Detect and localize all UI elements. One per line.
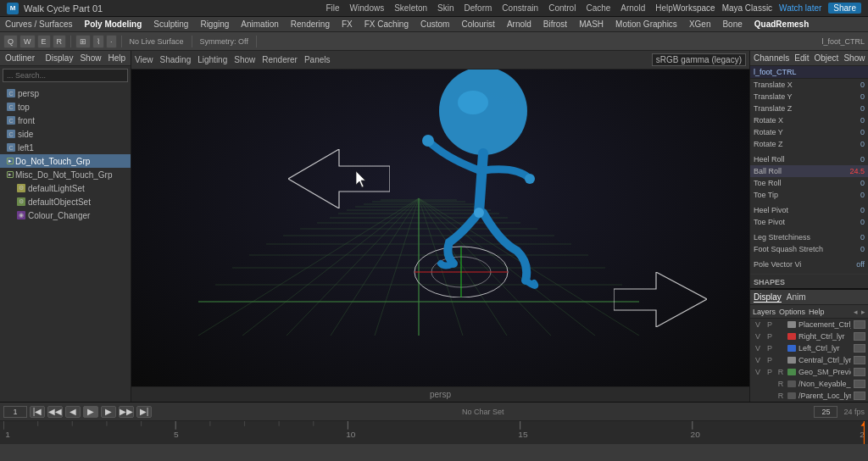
- vp-menu-renderer[interactable]: Renderer: [262, 55, 298, 64]
- go-start-btn[interactable]: |◀: [30, 406, 45, 418]
- tree-item-colourchange[interactable]: ◉ Colour_Changer: [0, 208, 131, 222]
- attr-toe-tip[interactable]: Toe Tip 0: [750, 189, 868, 201]
- layer-parent[interactable]: R /Parent_Loc_lyr: [750, 390, 868, 402]
- menu-arnold2[interactable]: Arnold: [507, 19, 531, 29]
- attr-heel-roll[interactable]: Heel Roll 0: [750, 153, 868, 165]
- layer-r-geo[interactable]: R: [776, 368, 785, 376]
- outliner-search-input[interactable]: [3, 69, 128, 82]
- tree-item-persp[interactable]: C persp: [0, 86, 131, 100]
- attr-value-ry[interactable]: 0: [860, 128, 865, 136]
- attr-value-ty[interactable]: 0: [860, 92, 865, 101]
- attr-toe-pivot[interactable]: Toe Pivot 0: [750, 216, 868, 228]
- layer-placement[interactable]: V P Placement_Ctrl_lyr: [750, 319, 868, 330]
- menu-polymodeling[interactable]: Poly Modeling: [84, 19, 142, 29]
- menu-rendering[interactable]: Rendering: [291, 19, 330, 29]
- attr-pole-vector[interactable]: Pole Vector Vi off: [750, 258, 868, 270]
- layer-r-parent[interactable]: R: [776, 392, 785, 400]
- outliner-show-menu[interactable]: Show: [80, 53, 101, 63]
- layer-name-right[interactable]: Right_Ctrl_lyr: [798, 332, 851, 341]
- menu-bifrost[interactable]: Bifrost: [543, 19, 567, 29]
- layers-help-menu[interactable]: Help: [809, 308, 825, 316]
- start-frame-input[interactable]: [3, 406, 27, 418]
- attr-value-tt[interactable]: 0: [860, 191, 865, 199]
- rotate-tool-btn[interactable]: E: [37, 35, 51, 48]
- live-surface-label[interactable]: No Live Surface: [126, 37, 187, 46]
- attr-value-ls[interactable]: 0: [860, 233, 865, 242]
- menu-deform[interactable]: Deform: [465, 3, 492, 13]
- end-frame-input[interactable]: [814, 406, 837, 418]
- watch-later-btn[interactable]: Watch later: [779, 3, 821, 13]
- menu-xgen[interactable]: XGen: [689, 19, 711, 29]
- attr-value-tz[interactable]: 0: [860, 104, 865, 113]
- layer-p-left[interactable]: P: [765, 344, 774, 353]
- outliner-display-menu[interactable]: Display: [46, 53, 74, 63]
- layer-v-placement[interactable]: V: [753, 320, 763, 329]
- snap-curve-btn[interactable]: ⌇: [92, 35, 104, 48]
- attr-value-hp[interactable]: 0: [860, 206, 865, 214]
- attr-value-tp[interactable]: 0: [860, 218, 865, 226]
- attr-value-tx[interactable]: 0: [860, 81, 865, 89]
- menu-file[interactable]: File: [326, 3, 339, 13]
- timeline-ruler[interactable]: 1 5 10 15 20 25: [0, 421, 868, 444]
- menu-constrain[interactable]: Constrain: [502, 3, 538, 13]
- attr-value-fs[interactable]: 0: [860, 245, 865, 253]
- scale-tool-btn[interactable]: R: [53, 35, 67, 48]
- menu-colourist[interactable]: Colourist: [461, 19, 494, 29]
- layer-v-left[interactable]: V: [753, 344, 763, 353]
- layer-left-ctrl[interactable]: V P Left_Ctrl_lyr: [750, 342, 868, 354]
- tree-item-left1[interactable]: C left1: [0, 141, 131, 154]
- tree-item-top[interactable]: C top: [0, 100, 131, 114]
- menu-arnold[interactable]: Arnold: [620, 3, 645, 13]
- attr-value-br[interactable]: 24.5: [849, 167, 865, 175]
- tree-item-misc[interactable]: ▸ Misc_Do_Not_Touch_Grp: [0, 168, 131, 181]
- attr-ball-roll[interactable]: Ball Roll 24.5: [750, 165, 868, 177]
- vp-menu-view[interactable]: View: [135, 55, 153, 64]
- layer-name-left[interactable]: Left_Ctrl_lyr: [798, 344, 851, 353]
- step-back-btn[interactable]: ◀◀: [47, 406, 63, 418]
- display-tab[interactable]: Display: [754, 292, 782, 303]
- menu-skeleton[interactable]: Skeleton: [394, 3, 427, 13]
- snap-point-btn[interactable]: ·: [106, 35, 117, 48]
- attr-translate-x[interactable]: Translate X 0: [750, 79, 868, 91]
- tree-item-side[interactable]: C side: [0, 127, 131, 141]
- symmetry-label[interactable]: Symmetry: Off: [197, 37, 252, 46]
- menu-bone[interactable]: Bone: [722, 19, 742, 29]
- layer-v-right[interactable]: V: [753, 332, 763, 341]
- layer-nonkey[interactable]: R /Non_Keyable_lyr: [750, 378, 868, 390]
- layers-options-menu[interactable]: Options: [779, 308, 805, 316]
- menu-animation[interactable]: Animation: [241, 19, 278, 29]
- next-frame-btn[interactable]: ▶: [101, 406, 116, 418]
- attr-value-hr[interactable]: 0: [860, 155, 865, 164]
- layer-p-right[interactable]: P: [765, 332, 774, 341]
- attr-translate-z[interactable]: Translate Z 0: [750, 103, 868, 114]
- layer-geo-sm[interactable]: V P R Geo_SM_Preview_lyr: [750, 366, 868, 378]
- attr-heel-pivot[interactable]: Heel Pivot 0: [750, 204, 868, 216]
- attr-value-tor[interactable]: 0: [860, 179, 865, 187]
- menu-fx[interactable]: FX: [342, 19, 353, 29]
- share-btn[interactable]: Share: [828, 3, 861, 14]
- tree-item-donottouch[interactable]: ▸ Do_Not_Touch_Grp: [0, 154, 131, 168]
- tree-item-lightset[interactable]: ⚙ defaultLightSet: [0, 181, 131, 195]
- anim-tab[interactable]: Anim: [787, 292, 806, 302]
- layer-name-nonkey[interactable]: /Non_Keyable_lyr: [798, 380, 851, 388]
- layer-right-ctrl[interactable]: V P Right_Ctrl_lyr: [750, 330, 868, 342]
- menu-skin[interactable]: Skin: [437, 3, 453, 13]
- menu-custom[interactable]: Custom: [420, 19, 449, 29]
- attr-rotate-x[interactable]: Rotate X 0: [750, 114, 868, 126]
- attr-translate-y[interactable]: Translate Y 0: [750, 91, 868, 103]
- layer-p-placement[interactable]: P: [765, 320, 774, 329]
- snap-grid-btn[interactable]: ⊞: [75, 35, 91, 48]
- vp-menu-shading[interactable]: Shading: [160, 55, 192, 64]
- stickman-character[interactable]: [398, 69, 568, 302]
- layers-scroll-left[interactable]: ◂: [854, 308, 858, 316]
- attr-value-rz[interactable]: 0: [860, 140, 865, 148]
- go-end-btn[interactable]: ▶|: [136, 406, 152, 418]
- menu-fxcaching[interactable]: FX Caching: [364, 19, 409, 29]
- vp-menu-show[interactable]: Show: [234, 55, 255, 64]
- layers-layers-menu[interactable]: Layers: [753, 308, 776, 316]
- layer-name-parent[interactable]: /Parent_Loc_lyr: [798, 392, 851, 400]
- play-btn[interactable]: ▶: [83, 406, 98, 418]
- attr-rotate-z[interactable]: Rotate Z 0: [750, 138, 868, 150]
- channels-object-menu[interactable]: Object: [815, 53, 839, 63]
- channels-edit-menu[interactable]: Edit: [794, 53, 809, 63]
